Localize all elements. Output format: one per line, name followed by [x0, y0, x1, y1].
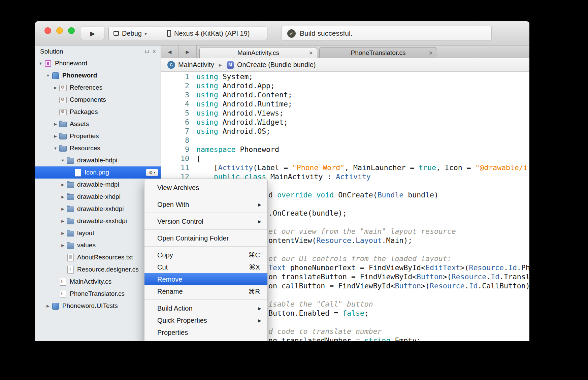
expand-icon[interactable]: ▶ — [59, 195, 66, 199]
navigate-forward-button[interactable]: ▶ — [179, 45, 197, 58]
tree-item-properties[interactable]: ▶Properties — [35, 130, 161, 142]
expand-icon[interactable]: ▶ — [59, 243, 66, 248]
menu-item-remove[interactable]: Remove — [144, 273, 267, 285]
dock-pad-icon[interactable] — [145, 50, 149, 53]
tree-item-label: layout — [77, 229, 94, 237]
tree-item-layout[interactable]: ▶layout — [35, 227, 161, 239]
tree-item-values[interactable]: ▶values — [35, 239, 161, 251]
tree-item-mainactivity-cs[interactable]: MainActivity.cs — [35, 276, 161, 288]
tree-item-phonetranslator-cs[interactable]: PhoneTranslator.cs — [35, 288, 161, 300]
tree-item-label: Phoneword — [55, 60, 87, 67]
tree-item-phoneword-uitests[interactable]: ▶Phoneword.UITests — [35, 300, 161, 312]
expand-icon[interactable]: ▶ — [59, 219, 66, 223]
close-tab-icon[interactable]: × — [309, 50, 313, 56]
build-config-selector[interactable]: Debug ▸ — [109, 27, 162, 40]
tab-phonetranslator-cs[interactable]: PhoneTranslator.cs× — [319, 47, 437, 58]
chevron-down-icon: ▾ — [154, 171, 156, 174]
line-content: { — [189, 154, 201, 163]
tree-item-packages[interactable]: Packages — [35, 106, 161, 118]
tree-item-drawable-xxxhdpi[interactable]: ▶drawable-xxxhdpi — [35, 215, 161, 227]
tree-item-label: drawable-mdpi — [77, 181, 119, 188]
menu-item-rename[interactable]: Rename⌘R — [144, 285, 267, 297]
collapse-icon[interactable]: ▼ — [52, 146, 59, 150]
breadcrumb: C MainActivity ▶ M OnCreate (Bundle bund… — [161, 58, 529, 72]
context-menu: View ArchivesOpen With▶Version Control▶O… — [144, 179, 268, 341]
menu-item-view-archives[interactable]: View Archives — [144, 182, 267, 194]
expand-icon[interactable]: ▶ — [59, 231, 66, 235]
tree-item-label: Components — [70, 96, 106, 103]
expand-icon[interactable]: ▶ — [44, 304, 52, 308]
tree-item-phoneword[interactable]: ▼Phoneword — [35, 57, 161, 69]
expand-icon[interactable]: ▶ — [52, 86, 59, 90]
item-options-gear-button[interactable]: ⚙▾ — [146, 169, 158, 176]
tree-item-phoneword[interactable]: ▼Phoneword — [35, 69, 161, 82]
menu-item-open-containing-folder[interactable]: Open Containing Folder — [144, 232, 267, 244]
menu-item-build-action[interactable]: Build Action▶ — [144, 302, 267, 314]
tree-item-resource-designer-cs[interactable]: Resource.designer.cs — [35, 263, 161, 276]
tree-item-label: PhoneTranslator.cs — [70, 290, 125, 297]
minimize-window-button[interactable] — [56, 27, 63, 34]
tree-item-label: Assets — [70, 120, 89, 128]
close-tab-icon[interactable]: × — [429, 50, 433, 56]
menu-item-copy[interactable]: Copy⌘C — [144, 249, 267, 261]
tree-item-drawable-mdpi[interactable]: ▶drawable-mdpi — [35, 179, 161, 191]
menu-item-version-control[interactable]: Version Control▶ — [144, 215, 267, 227]
menu-item-label: Cut — [157, 263, 249, 271]
expand-icon[interactable]: ▶ — [59, 207, 66, 211]
code-line-9: 9namespace Phoneword — [161, 145, 529, 154]
tree-item-references[interactable]: ▶References — [35, 82, 161, 94]
breadcrumb-member[interactable]: OnCreate (Bundle bundle) — [237, 61, 316, 69]
status-text: Build successful. — [300, 29, 352, 37]
package-folder-icon — [59, 108, 67, 116]
collapse-icon[interactable]: ▼ — [44, 73, 52, 77]
folder-icon — [66, 193, 74, 200]
tree-item-aboutresources-txt[interactable]: AboutResources.txt — [35, 251, 161, 263]
collapse-icon[interactable]: ▼ — [37, 61, 44, 65]
tree-item-components[interactable]: Components — [35, 94, 161, 106]
tree-item-assets[interactable]: ▶Assets — [35, 118, 161, 130]
tree-item-drawable-xxhdpi[interactable]: ▶drawable-xxhdpi — [35, 203, 161, 215]
close-pad-icon[interactable]: × — [152, 49, 156, 55]
file-code-icon — [59, 278, 67, 285]
expand-icon[interactable]: ▶ — [52, 134, 59, 138]
tree-item-drawable-hdpi[interactable]: ▼drawable-hdpi — [35, 154, 161, 166]
close-window-button[interactable] — [44, 27, 51, 34]
tree-item-label: drawable-xxhdpi — [77, 205, 124, 213]
line-content: using System; — [189, 72, 253, 81]
tree-item-label: MainActivity.cs — [70, 278, 111, 285]
code-line-10: 10{ — [161, 154, 529, 163]
collapse-icon[interactable]: ▼ — [59, 158, 66, 162]
line-content: using Android.App; — [189, 82, 275, 90]
tree-item-icon-png[interactable]: Icon.png⚙▾ — [35, 166, 161, 179]
line-content: using Android.OS; — [189, 127, 270, 135]
expand-icon[interactable]: ▶ — [59, 183, 66, 187]
expand-icon[interactable]: ▶ — [52, 122, 59, 126]
submenu-arrow-icon: ▶ — [258, 219, 261, 224]
menu-item-label: View Archives — [157, 184, 260, 192]
menu-item-cut[interactable]: Cut⌘X — [144, 261, 267, 273]
menu-item-quick-properties[interactable]: Quick Properties▶ — [144, 314, 267, 326]
tree-item-label: values — [77, 242, 96, 249]
submenu-arrow-icon: ▶ — [258, 306, 261, 311]
configuration-icon — [113, 31, 119, 36]
project-icon — [52, 302, 60, 310]
device-label: Nexus 4 (KitKat) (API 19) — [174, 30, 250, 37]
menu-item-open-with[interactable]: Open With▶ — [144, 198, 267, 211]
navigate-back-button[interactable]: ◀ — [161, 45, 179, 58]
line-number: 9 — [161, 145, 189, 154]
tab-mainactivity-cs[interactable]: MainActivity.cs× — [199, 47, 317, 58]
line-content: [Activity(Label = "Phone Word", MainLaun… — [189, 163, 528, 172]
tree-item-resources[interactable]: ▼Resources — [35, 142, 161, 154]
menu-item-label: Open Containing Folder — [157, 234, 260, 242]
zoom-window-button[interactable] — [68, 27, 75, 34]
menu-item-properties[interactable]: Properties — [144, 326, 267, 339]
main-area: Solution × ▼Phoneword▼Phoneword▶Referenc… — [35, 45, 529, 341]
tree-item-drawable-xhdpi[interactable]: ▶drawable-xhdpi — [35, 191, 161, 203]
device-selector[interactable]: Nexus 4 (KitKat) (API 19) — [162, 27, 267, 40]
breadcrumb-class[interactable]: MainActivity — [178, 61, 214, 69]
tree-item-label: drawable-hdpi — [77, 157, 117, 164]
chevron-right-icon: ▶ — [219, 63, 222, 67]
run-button[interactable]: ▶ — [81, 27, 104, 40]
play-icon: ▶ — [90, 30, 95, 37]
success-check-icon: ✓ — [287, 29, 296, 38]
